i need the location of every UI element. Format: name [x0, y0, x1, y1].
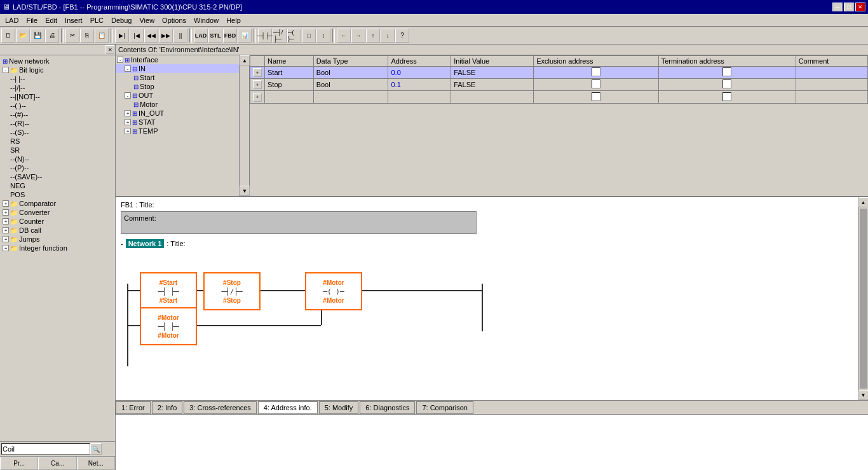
toolbar-new-button[interactable]: 🗋	[1, 29, 15, 43]
menu-options[interactable]: Options	[158, 15, 190, 25]
interface-table-container[interactable]: Name Data Type Address Initial Value Exc…	[250, 55, 868, 196]
prog-scroll-thumb[interactable]	[860, 209, 867, 389]
comparator-expand[interactable]: +	[3, 200, 9, 207]
if-inout-expand[interactable]: +	[125, 110, 131, 116]
rs-item[interactable]: RS	[1, 137, 114, 146]
if-interface-item[interactable]: - ⊞ Interface	[116, 55, 239, 64]
programming-area[interactable]: FB1 : Title: Comment: - Network 1 : Titl…	[116, 197, 858, 400]
row3-term-check[interactable]	[722, 92, 731, 101]
reset-item[interactable]: --(R)--	[1, 119, 114, 128]
table-row-start[interactable]: + Start Bool 0.0 FALSE	[250, 67, 868, 79]
toolbar-debug5-button[interactable]: ||	[173, 29, 187, 43]
toolbar-help-button[interactable]: ?	[395, 29, 409, 43]
if-stat-expand[interactable]: +	[125, 119, 131, 125]
tab-diag[interactable]: 6: Diagnostics	[360, 401, 415, 414]
if-in-expand[interactable]: -	[125, 66, 131, 72]
stop-contact[interactable]: #Stop ─┤/├─ #Stop	[203, 272, 261, 310]
left-tab-network[interactable]: Net...	[77, 457, 115, 470]
toolbar-debug1-button[interactable]: ▶|	[115, 29, 129, 43]
db-call-expand[interactable]: +	[3, 227, 9, 233]
if-out-expand[interactable]: -	[125, 92, 131, 99]
save-item[interactable]: --(SAVE)--	[1, 172, 114, 181]
tab-crossref[interactable]: 3: Cross-references	[184, 401, 257, 414]
panel-close-button[interactable]: ✕	[105, 45, 114, 54]
if-out-item[interactable]: - ⊟ OUT	[116, 91, 239, 100]
menu-help[interactable]: Help	[222, 15, 245, 25]
if-start-item[interactable]: ⊟ Start	[116, 73, 239, 82]
instruction-tree[interactable]: ⊞ New network - 📁 Bit logic --| |-- --|/…	[0, 55, 115, 441]
toolbar-contact-no-button[interactable]: ─┤├─	[258, 29, 272, 43]
table-row-empty[interactable]: +	[250, 91, 868, 104]
if-interface-expand[interactable]: -	[117, 57, 123, 63]
row2-expand-btn[interactable]: +	[253, 80, 262, 89]
toolbar-debug4-button[interactable]: ▶▶	[159, 29, 173, 43]
toolbar-stl-button[interactable]: STL	[208, 29, 222, 43]
pos-trig-item[interactable]: --(P)--	[1, 163, 114, 172]
if-temp-item[interactable]: + ⊞ TEMP	[116, 127, 239, 135]
if-inout-item[interactable]: + ⊞ IN_OUT	[116, 109, 239, 118]
set-item[interactable]: --(S)--	[1, 128, 114, 137]
toolbar-debug3-button[interactable]: ◀◀	[144, 29, 158, 43]
tab-comparison[interactable]: 7: Comparison	[416, 401, 473, 414]
window-minimize-button[interactable]: ─	[832, 3, 843, 11]
menu-plc[interactable]: PLC	[86, 15, 107, 25]
tab-modify[interactable]: 5: Modify	[319, 401, 359, 414]
toolbar-lad-button[interactable]: LAD	[194, 29, 208, 43]
row2-term-check[interactable]	[722, 79, 731, 88]
prog-vscroll[interactable]: ▲ ▼	[858, 197, 868, 400]
toolbar-debug2-button[interactable]: |◀	[130, 29, 144, 43]
comparator-item[interactable]: + 📁 Comparator	[1, 199, 114, 208]
menu-file[interactable]: File	[22, 15, 41, 25]
bit-logic-expand[interactable]: -	[3, 67, 9, 73]
mid-item[interactable]: --(#)--	[1, 110, 114, 119]
integer-function-expand[interactable]: +	[3, 245, 9, 251]
toolbar-copy-button[interactable]: ⎘	[80, 29, 94, 43]
prog-scroll-up[interactable]: ▲	[858, 197, 869, 207]
interface-tree-scrollbar[interactable]: ▲ ▼	[240, 55, 250, 196]
row3-exclusion-check[interactable]	[592, 92, 600, 101]
bit-logic-item[interactable]: - 📁 Bit logic	[1, 66, 114, 74]
if-stat-item[interactable]: + ⊞ STAT	[116, 118, 239, 127]
contact-nc-item[interactable]: --|/|--	[1, 83, 114, 92]
row2-exclusion-check[interactable]	[592, 79, 600, 88]
motor-coil[interactable]: #Motor ─( )─ #Motor	[305, 272, 362, 310]
start-contact[interactable]: #Start ─┤ ├─ #Start	[140, 272, 197, 310]
toolbar-fbd-button[interactable]: FBD	[223, 29, 237, 43]
window-close-button[interactable]: ✕	[855, 3, 865, 11]
filter-search-button[interactable]: 🔍	[90, 443, 102, 455]
toolbar-contact-nc-button[interactable]: ─┤/├─	[273, 29, 287, 43]
if-in-item[interactable]: - ⊟ IN	[116, 64, 239, 73]
row1-term-check[interactable]	[722, 67, 731, 76]
if-scroll-down[interactable]: ▼	[240, 186, 250, 196]
toolbar-paste-button[interactable]: 📋	[95, 29, 109, 43]
menu-insert[interactable]: Insert	[61, 15, 86, 25]
toolbar-arrow2-button[interactable]: →	[351, 29, 365, 43]
menu-debug[interactable]: Debug	[107, 15, 135, 25]
neg-trig-item[interactable]: --(N)--	[1, 155, 114, 163]
counter-expand[interactable]: +	[3, 218, 9, 225]
left-tab-program[interactable]: Pr...	[0, 457, 38, 470]
menu-window[interactable]: Window	[190, 15, 222, 25]
if-temp-expand[interactable]: +	[125, 128, 131, 134]
table-row-stop[interactable]: + Stop Bool 0.1 FALSE	[250, 79, 868, 91]
row1-exclusion-check[interactable]	[592, 67, 600, 76]
pos-item[interactable]: POS	[1, 190, 114, 199]
if-stop-item[interactable]: ⊟ Stop	[116, 82, 239, 91]
tab-info[interactable]: 2: Info	[152, 401, 183, 414]
integer-function-item[interactable]: + 📁 Integer function	[1, 244, 114, 252]
neg-item[interactable]: NEG	[1, 181, 114, 190]
jumps-expand[interactable]: +	[3, 236, 9, 242]
coil-item[interactable]: --( )--	[1, 101, 114, 110]
db-call-item[interactable]: + 📁 DB call	[1, 226, 114, 235]
toolbar-save-button[interactable]: 💾	[31, 29, 44, 43]
tab-address[interactable]: 4: Address info.	[258, 401, 318, 414]
toolbar-network-button[interactable]: ↕	[316, 29, 330, 43]
motor-contact-parallel[interactable]: #Motor ─┤ ├─ #Motor	[140, 307, 197, 345]
contact-no-item[interactable]: --| |--	[1, 74, 114, 83]
row3-expand-btn[interactable]: +	[253, 93, 262, 102]
filter-input[interactable]	[1, 443, 90, 455]
jumps-item[interactable]: + 📁 Jumps	[1, 235, 114, 244]
toolbar-arrow4-button[interactable]: ↓	[381, 29, 395, 43]
not-item[interactable]: --|[NOT]--	[1, 92, 114, 101]
toolbar-monitor-button[interactable]: 📊	[238, 29, 252, 43]
